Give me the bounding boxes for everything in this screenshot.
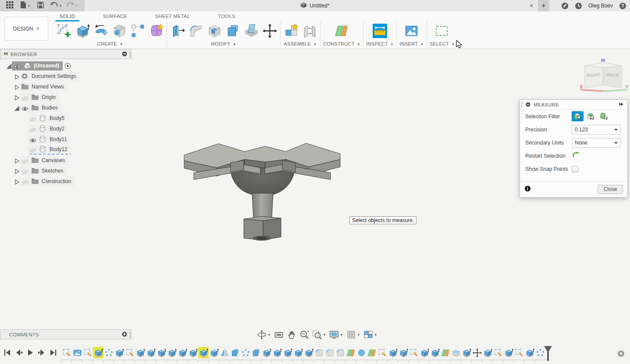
timeline-feature-extrude[interactable] — [388, 347, 398, 358]
expand-dialog-icon[interactable] — [619, 102, 624, 107]
activate-component-radio[interactable] — [64, 63, 71, 69]
timeline-feature-extrude[interactable] — [482, 347, 493, 358]
user-name[interactable]: Oleg Boev — [588, 3, 613, 9]
press-pull-button[interactable] — [170, 23, 185, 39]
select-edge-filter-button[interactable] — [585, 111, 597, 121]
dialog-grip[interactable] — [522, 102, 523, 108]
timeline-feature-extrude[interactable] — [135, 347, 146, 358]
timeline-feature-mirror[interactable] — [219, 347, 230, 358]
timeline-feature-form[interactable] — [240, 347, 251, 358]
tree-row-body2[interactable]: Body2 — [0, 124, 132, 134]
collapse-panel-icon[interactable] — [3, 51, 8, 57]
timeline-feature-move[interactable] — [472, 347, 482, 358]
split-body-button[interactable] — [243, 23, 259, 39]
visibility-off-icon[interactable] — [29, 147, 37, 152]
job-status-icon[interactable] — [575, 2, 582, 10]
timeline-feature-sketch[interactable] — [514, 347, 524, 358]
secondary-units-dropdown[interactable]: None — [572, 138, 621, 148]
timeline-feature-form[interactable] — [103, 347, 114, 358]
timeline-feature-extrude[interactable] — [524, 347, 535, 358]
expand-icon[interactable] — [14, 84, 20, 90]
timeline-feature-extrude[interactable] — [93, 347, 103, 358]
collapse-icon[interactable] — [6, 63, 12, 69]
tab-surface[interactable]: SURFACE — [100, 13, 130, 21]
timeline-feature-extrude[interactable] — [114, 347, 125, 358]
revolve-button[interactable] — [93, 23, 109, 39]
timeline-feature-sketch[interactable] — [377, 347, 388, 358]
expand-icon[interactable] — [14, 168, 20, 174]
visibility-off-icon[interactable] — [21, 95, 29, 100]
tree-row-origin[interactable]: Origin — [0, 92, 132, 102]
close-tab-icon[interactable]: × — [527, 1, 535, 10]
visibility-off-icon[interactable] — [29, 116, 37, 121]
timeline-feature-combine[interactable] — [251, 347, 261, 358]
help-icon[interactable]: ? — [619, 2, 626, 10]
timeline-feature-extrude[interactable] — [503, 347, 514, 358]
timeline-feature-canvas[interactable] — [72, 347, 82, 358]
pan-button[interactable] — [287, 330, 296, 339]
tab-tools[interactable]: TOOLS — [216, 13, 238, 21]
timeline-feature-sketch[interactable] — [409, 347, 419, 358]
create-form-button[interactable] — [148, 23, 164, 39]
fillet-button[interactable] — [188, 23, 204, 39]
timeline-feature-sphere[interactable] — [356, 347, 367, 358]
timeline-feature-fillet[interactable] — [335, 347, 345, 358]
show-snap-points-checkbox[interactable] — [572, 166, 578, 173]
tree-row-construction[interactable]: Construction — [0, 176, 132, 187]
visibility-off-icon[interactable] — [21, 179, 29, 184]
expand-icon[interactable] — [14, 158, 20, 163]
timeline-playhead[interactable] — [544, 346, 552, 361]
select-window-button[interactable] — [434, 23, 450, 39]
tree-row-unsaved[interactable]: (Unsaved) — [0, 60, 132, 71]
extensions-icon[interactable] — [561, 2, 569, 10]
timeline-feature-extrude[interactable] — [188, 347, 198, 358]
new-tab-button[interactable]: + — [538, 0, 549, 11]
view-cube[interactable]: RIGHTBACKXY — [578, 55, 630, 94]
timeline-feature-plane[interactable] — [367, 347, 377, 358]
select-body-filter-button[interactable] — [598, 111, 610, 121]
minimize-panel-icon[interactable] — [121, 51, 128, 58]
group-label-select[interactable]: SELECT ▼ — [430, 41, 455, 46]
timeline-feature-extrude[interactable] — [303, 347, 314, 358]
group-label-insert[interactable]: INSERT ▼ — [399, 41, 424, 46]
tree-row-body5[interactable]: Body5 — [0, 113, 132, 124]
timeline-feature-sketch[interactable] — [493, 347, 503, 358]
comments-panel-header[interactable]: COMMENTS — [0, 329, 132, 339]
browser-panel-header[interactable]: BROWSER — [0, 49, 132, 59]
timeline-feature-sketch[interactable] — [125, 347, 135, 358]
construction-plane-button[interactable] — [334, 23, 350, 39]
look-at-button[interactable] — [274, 330, 284, 339]
3d-model[interactable] — [174, 138, 345, 241]
create-sketch-button[interactable] — [56, 23, 72, 39]
tree-row-canvases[interactable]: Canvases — [0, 155, 132, 166]
info-icon[interactable] — [524, 185, 531, 194]
restart-selection-icon[interactable] — [572, 152, 580, 160]
group-label-assemble[interactable]: ASSEMBLE ▼ — [284, 41, 317, 46]
joint-button[interactable] — [302, 23, 317, 39]
timeline-settings-gear-icon[interactable] — [617, 350, 625, 357]
measure-dialog-header[interactable]: MEASURE — [520, 100, 627, 110]
timeline-feature-fillet[interactable] — [324, 347, 335, 358]
select-face-filter-button[interactable] — [572, 111, 584, 121]
measure-button[interactable] — [372, 23, 388, 39]
timeline-feature-extrude[interactable] — [146, 347, 156, 358]
timeline-feature-extrude[interactable] — [282, 347, 293, 358]
tree-row-sketches[interactable]: Sketches — [0, 166, 132, 176]
step-back-button[interactable] — [14, 348, 24, 357]
step-forward-button[interactable] — [37, 348, 46, 357]
timeline-feature-fillet[interactable] — [314, 347, 324, 358]
visibility-on-icon[interactable] — [21, 105, 29, 110]
workspace-switcher[interactable]: DESIGN▼ — [4, 17, 48, 41]
tree-row-body11[interactable]: Body11 — [0, 134, 132, 145]
display-settings-button[interactable]: ▼ — [329, 330, 343, 339]
timeline-feature-extrude[interactable] — [398, 347, 409, 358]
precision-dropdown[interactable]: 0.123 — [572, 125, 621, 134]
new-component-button[interactable] — [283, 23, 299, 39]
tab-solid[interactable]: SOLID — [57, 13, 78, 21]
expand-icon[interactable] — [14, 74, 20, 79]
timeline-feature-sketch[interactable] — [82, 347, 93, 358]
visibility-on-icon[interactable] — [29, 137, 37, 142]
timeline-feature-extrude[interactable] — [261, 347, 272, 358]
play-button[interactable] — [25, 348, 35, 357]
window-zoom-button[interactable]: ▼ — [312, 330, 326, 339]
